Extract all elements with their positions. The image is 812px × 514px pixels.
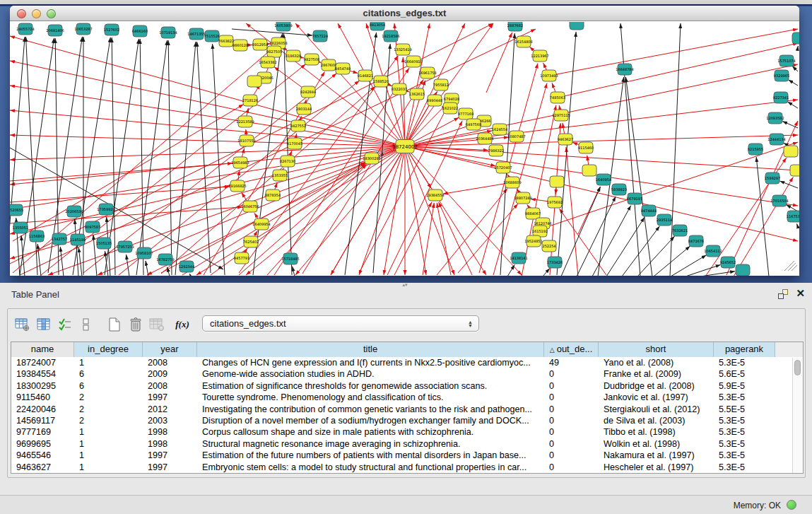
graph-edge[interactable] [10, 187, 230, 202]
graph-edge[interactable] [232, 29, 312, 35]
table-cell[interactable]: 18724007 [11, 357, 74, 368]
graph-edge[interactable] [549, 29, 798, 76]
table-cell[interactable]: 1 [74, 438, 143, 450]
table-cell[interactable]: 5.3E-5 [714, 462, 775, 473]
table-row[interactable]: 977716911998Corpus callosum shape and si… [11, 426, 803, 438]
create-column-icon[interactable] [105, 316, 124, 333]
graph-edge[interactable] [119, 81, 359, 275]
graph-node[interactable] [792, 33, 799, 44]
table-cell[interactable]: Yano et al. (2008) [599, 357, 714, 368]
graph-edge[interactable] [637, 236, 675, 276]
column-header-pagerank[interactable]: pagerank [714, 342, 775, 357]
graph-edge[interactable] [10, 146, 405, 160]
table-cell[interactable]: 1 [74, 426, 143, 438]
graph-edge[interactable] [126, 255, 129, 276]
delete-table-icon[interactable] [148, 316, 166, 333]
table-cell[interactable]: Franke et al. (2009) [599, 368, 714, 380]
table-row[interactable]: 1456911722003Disruption of a novel membe… [11, 415, 803, 426]
graph-edge[interactable] [10, 146, 405, 209]
table-cell[interactable]: de Silva et al. (2003) [599, 415, 714, 426]
table-cell[interactable]: Disruption of a novel member of a sodium… [197, 415, 544, 426]
table-cell[interactable]: 5.3E-5 [714, 450, 775, 461]
table-cell[interactable]: Genome-wide association studies in ADHD. [197, 368, 544, 380]
graph-edge[interactable] [577, 197, 616, 276]
table-row[interactable]: 1830029562008Estimation of significance … [11, 380, 803, 392]
scrollbar-thumb[interactable] [794, 360, 801, 375]
graph-edge[interactable] [20, 29, 536, 275]
table-cell[interactable]: Corpus callosum shape and size in male p… [197, 426, 544, 438]
table-cell[interactable]: 22420046 [11, 404, 74, 415]
table-cell[interactable]: 1 [74, 357, 143, 368]
table-cell[interactable]: 49 [544, 357, 599, 368]
graph-edge[interactable] [197, 42, 211, 273]
table-cell[interactable]: 1997 [143, 450, 197, 461]
table-cell[interactable]: 2008 [143, 357, 197, 368]
table-cell[interactable]: 5.3E-5 [714, 392, 775, 403]
table-cell[interactable]: 9777169 [11, 426, 74, 438]
table-cell[interactable]: 5.3E-5 [714, 438, 775, 450]
table-cell[interactable]: 18300295 [11, 380, 74, 392]
graph-edge[interactable] [654, 246, 690, 276]
table-cell[interactable]: 0 [544, 438, 599, 450]
table-cell[interactable]: Stergiakouli et al. (2012) [599, 404, 714, 415]
table-cell[interactable]: 5.3E-5 [714, 426, 775, 438]
table-cell[interactable]: 0 [544, 450, 599, 461]
graph-edge[interactable] [10, 163, 233, 181]
graph-edge[interactable] [60, 247, 64, 276]
table-cell[interactable]: 5.6E-5 [714, 368, 775, 380]
column-header-name[interactable]: name [11, 342, 74, 357]
table-cell[interactable]: 9463627 [11, 462, 74, 473]
table-row[interactable]: 911546021997Tourette syndrome. Phenomeno… [11, 392, 803, 403]
table-cell[interactable]: Tibbo et al. (1998) [599, 426, 714, 438]
graph-edge[interactable] [10, 146, 405, 259]
graph-edge[interactable] [486, 33, 512, 93]
graph-edge[interactable] [507, 264, 514, 276]
citation-network-graph[interactable]: 1872400718300295193845542405572420691406… [10, 22, 799, 276]
table-cell[interactable]: 2009 [143, 368, 197, 380]
graph-edge[interactable] [196, 146, 405, 275]
network-window-titlebar[interactable]: citations_edges.txt [10, 6, 799, 21]
graph-edge[interactable] [405, 135, 798, 146]
function-builder-icon[interactable]: f(x) [173, 316, 192, 333]
graph-node[interactable] [247, 76, 261, 87]
graph-edge[interactable] [557, 32, 576, 275]
table-cell[interactable]: Jankovic et al. (1997) [599, 392, 714, 403]
graph-edge[interactable] [204, 71, 324, 275]
table-cell[interactable]: 2 [74, 392, 143, 403]
table-cell[interactable]: Estimation of significance thresholds fo… [197, 380, 544, 392]
column-header-title[interactable]: title [197, 342, 544, 357]
table-cell[interactable]: 2003 [143, 415, 197, 426]
table-row[interactable]: 946362711997Embryonic stem cells: a mode… [11, 462, 803, 473]
resize-grip[interactable] [784, 261, 797, 271]
graph-node[interactable] [736, 264, 750, 276]
delete-columns-icon[interactable] [126, 316, 145, 333]
table-cell[interactable]: 1 [74, 462, 143, 473]
table-cell[interactable]: 6 [74, 368, 143, 380]
column-header-year[interactable]: year [143, 342, 197, 357]
graph-edge[interactable] [423, 203, 434, 275]
graph-edge[interactable] [161, 162, 365, 273]
table-row[interactable]: 969969511998Structural magnetic resonanc… [11, 438, 803, 450]
graph-edge[interactable] [788, 80, 798, 86]
graph-edge[interactable] [561, 187, 601, 276]
graph-edge[interactable] [78, 247, 82, 276]
table-row[interactable]: 1938455462009Genome-wide association stu… [11, 368, 803, 380]
graph-edge[interactable] [592, 206, 631, 276]
graph-edge[interactable] [405, 100, 798, 146]
graph-edge[interactable] [792, 66, 798, 71]
table-cell[interactable]: Dudbridge et al. (2008) [599, 380, 714, 392]
table-cell[interactable]: 0 [544, 404, 599, 415]
table-cell[interactable]: 2 [74, 415, 143, 426]
graph-edge[interactable] [620, 23, 640, 276]
graph-edge[interactable] [394, 202, 432, 275]
float-panel-icon[interactable] [778, 289, 788, 299]
network-canvas[interactable]: 1872400718300295193845542405572420691406… [10, 22, 799, 276]
table-cell[interactable]: 1 [74, 450, 143, 461]
graph-node[interactable] [582, 165, 596, 176]
table-cell[interactable]: 2012 [143, 404, 197, 415]
table-cell[interactable]: Tourette syndrome. Phenomenology and cla… [197, 392, 544, 403]
table-cell[interactable]: 1998 [143, 426, 197, 438]
graph-edge[interactable] [405, 23, 430, 146]
graph-edge[interactable] [10, 148, 223, 269]
table-cell[interactable]: 6 [74, 380, 143, 392]
